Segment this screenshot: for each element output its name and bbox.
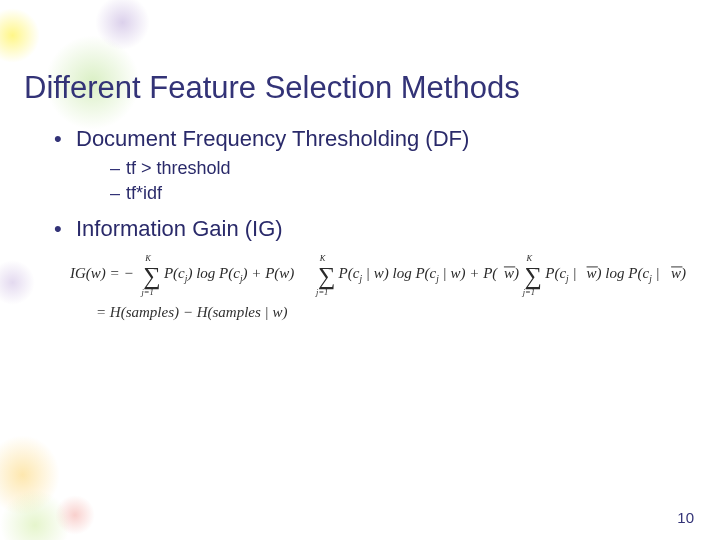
svg-text:w): w) [504,265,519,282]
svg-text:K: K [319,253,326,263]
decor-blob [0,490,70,540]
slide: Different Feature Selection Methods Docu… [0,0,720,540]
decor-blob [95,0,150,50]
sub-tfidf: tf*idf [110,181,690,206]
decor-blob [0,435,60,515]
svg-text:∑: ∑ [318,262,335,290]
svg-text:w) log P(cj |: w) log P(cj | [587,265,660,284]
svg-text:P(cj) log P(cj) + P(w): P(cj) log P(cj) + P(w) [163,265,294,284]
svg-text:P(cj | w) log P(cj | w) + P(: P(cj | w) log P(cj | w) + P( [338,265,499,284]
bullet-list: Document Frequency Thresholding (DF) tf … [30,124,690,244]
svg-text:j=1: j=1 [522,287,535,297]
svg-text:∑: ∑ [143,262,160,290]
svg-text:K: K [525,253,532,263]
page-number: 10 [677,509,694,526]
svg-text:IG(w) = −: IG(w) = − [70,265,134,282]
decor-blob [0,8,40,63]
ig-formula-entropy: = H(samples) − H(samples | w) [96,304,690,321]
ig-formula-svg: IG(w) = − ∑ K j=1 P(cj) log P(cj) + P(w)… [70,250,690,301]
sub-list-df: tf > threshold tf*idf [76,156,690,206]
svg-text:K: K [144,253,151,263]
slide-content: Different Feature Selection Methods Docu… [30,70,690,321]
bullet-df-text: Document Frequency Thresholding (DF) [76,126,469,151]
sub-tf-threshold: tf > threshold [110,156,690,181]
bullet-ig-text: Information Gain (IG) [76,216,283,241]
slide-title: Different Feature Selection Methods [24,70,690,106]
svg-text:∑: ∑ [525,262,542,290]
svg-text:P(cj |: P(cj | [544,265,576,284]
decor-blob [55,495,95,535]
svg-text:w): w) [671,265,686,282]
bullet-ig: Information Gain (IG) [54,214,690,244]
bullet-df: Document Frequency Thresholding (DF) tf … [54,124,690,206]
svg-text:j=1: j=1 [315,287,328,297]
svg-text:j=1: j=1 [140,287,153,297]
ig-formula: IG(w) = − ∑ K j=1 P(cj) log P(cj) + P(w)… [70,250,690,322]
